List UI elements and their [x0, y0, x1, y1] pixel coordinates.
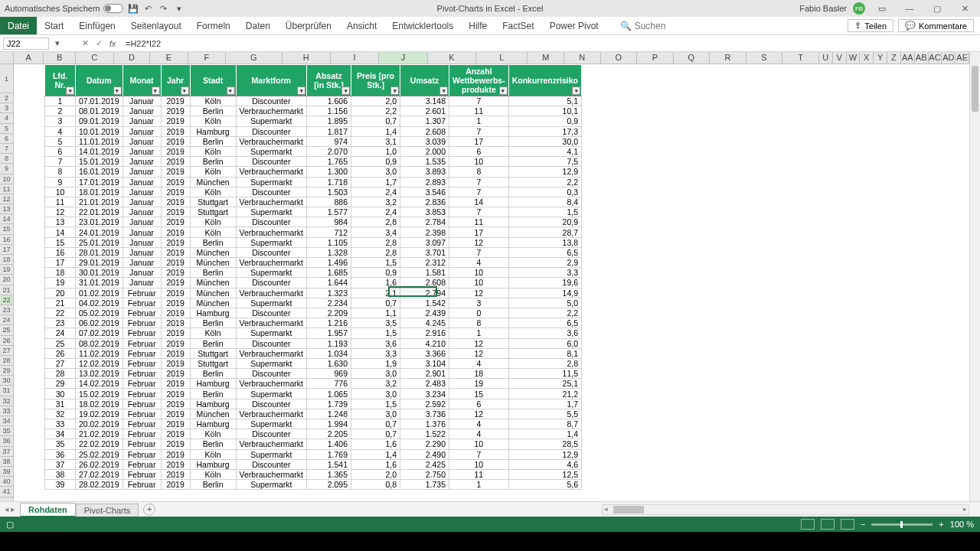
cell[interactable]: 984	[307, 217, 351, 227]
filter-dropdown-icon[interactable]: ▾	[227, 86, 235, 95]
cell[interactable]: Januar	[122, 207, 161, 217]
cell[interactable]: 2,8	[351, 247, 400, 257]
cell[interactable]: 2019	[161, 146, 190, 156]
cell[interactable]: 2019	[161, 217, 190, 227]
redo-icon[interactable]: ↷	[158, 3, 169, 14]
row-header-40[interactable]: 40	[0, 477, 13, 487]
cell[interactable]: Supermarkt	[236, 298, 306, 308]
cell[interactable]: 3,3	[351, 348, 400, 358]
cell[interactable]: Februar	[122, 459, 161, 469]
row-header-23[interactable]: 23	[0, 305, 13, 315]
cell[interactable]: Februar	[122, 308, 161, 318]
cell[interactable]: 1,6	[351, 278, 400, 288]
cell[interactable]: 31.01.2019	[76, 278, 123, 288]
cell[interactable]: 1	[449, 480, 509, 490]
cell[interactable]: 30,0	[508, 136, 581, 146]
cell[interactable]: 1.581	[400, 268, 449, 278]
cell[interactable]: Discounter	[236, 278, 306, 288]
cell[interactable]: Discounter	[236, 217, 306, 227]
row-header-19[interactable]: 19	[0, 265, 13, 275]
cell[interactable]: Köln	[190, 146, 236, 156]
cell[interactable]: Januar	[122, 106, 161, 116]
cell[interactable]: 1.541	[307, 459, 351, 469]
cell[interactable]: Berlin	[190, 157, 236, 167]
cell[interactable]: 3,3	[508, 268, 581, 278]
table-row[interactable]: 3827.02.2019Februar2019KölnVerbraucherma…	[45, 469, 582, 479]
cell[interactable]: 37	[45, 459, 76, 469]
cell[interactable]: 17	[449, 227, 509, 237]
sheet-nav-next-icon[interactable]: ▸	[11, 504, 15, 514]
cell[interactable]: 24	[45, 328, 76, 338]
data-table[interactable]: Lfd. Nr.▾Datum▾Monat▾Jahr▾Stadt▾Marktfor…	[44, 64, 582, 490]
cell[interactable]: 2,2	[508, 177, 581, 187]
filter-dropdown-icon[interactable]: ▾	[297, 86, 305, 95]
cell[interactable]: 6,5	[508, 247, 581, 257]
cell[interactable]: 3.546	[400, 187, 449, 197]
cell[interactable]: Januar	[122, 217, 161, 227]
cell[interactable]: Januar	[122, 146, 161, 156]
cell[interactable]: Februar	[122, 358, 161, 368]
table-row[interactable]: 208.01.2019Januar2019BerlinVerbraucherma…	[45, 106, 582, 116]
cell[interactable]: Supermarkt	[236, 237, 306, 247]
qat-customize-icon[interactable]: ▾	[174, 3, 185, 14]
cell[interactable]: 8,7	[508, 419, 581, 429]
col-header-T[interactable]: T	[782, 52, 819, 64]
cell[interactable]: 12,9	[508, 167, 581, 177]
cell[interactable]: 1.105	[307, 237, 351, 247]
table-row[interactable]: 614.01.2019Januar2019KölnSupermarkt2.070…	[45, 146, 582, 156]
cell[interactable]: Verbrauchermarkt	[236, 227, 306, 237]
cell[interactable]: 19,6	[508, 278, 581, 288]
cell[interactable]: Verbrauchermarkt	[236, 318, 306, 328]
cell[interactable]: 15	[449, 389, 509, 399]
cell[interactable]: Köln	[190, 449, 236, 459]
table-row[interactable]: 1121.01.2019Januar2019StuttgartVerbrauch…	[45, 197, 582, 207]
cell[interactable]: 21	[45, 298, 76, 308]
cell[interactable]: Verbrauchermarkt	[236, 379, 306, 389]
cell[interactable]: 04.02.2019	[76, 298, 123, 308]
table-row[interactable]: 1931.01.2019Januar2019MünchenDiscounter1…	[45, 278, 582, 288]
cell[interactable]: Februar	[122, 389, 161, 399]
col-header-cell[interactable]: Lfd. Nr.▾	[45, 65, 76, 96]
cell[interactable]: 2019	[161, 288, 190, 298]
cell[interactable]: Januar	[122, 247, 161, 257]
cell[interactable]: 2019	[161, 106, 190, 116]
cell[interactable]: 2,4	[351, 187, 400, 197]
cell[interactable]: 15	[45, 237, 76, 247]
undo-icon[interactable]: ↶	[143, 3, 154, 14]
cell[interactable]: Discounter	[236, 96, 306, 106]
cell[interactable]: 15.01.2019	[76, 157, 123, 167]
table-row[interactable]: 715.01.2019Januar2019BerlinDiscounter1.7…	[45, 157, 582, 167]
cell[interactable]: 776	[307, 379, 351, 389]
table-row[interactable]: 1525.01.2019Januar2019BerlinSupermarkt1.…	[45, 237, 582, 247]
select-all-corner[interactable]	[0, 52, 14, 64]
cell[interactable]: 9	[45, 177, 76, 187]
cell[interactable]: 712	[307, 227, 351, 237]
cell[interactable]: 2,2	[351, 106, 400, 116]
cell[interactable]: 16.01.2019	[76, 167, 123, 177]
cell[interactable]: 28.02.2019	[76, 480, 123, 490]
cell[interactable]: 2019	[161, 207, 190, 217]
cell[interactable]: Januar	[122, 177, 161, 187]
share-button[interactable]: ⇪Teilen	[848, 19, 893, 32]
cell[interactable]: 2019	[161, 268, 190, 278]
cell[interactable]: 2.483	[400, 379, 449, 389]
cell[interactable]: 2019	[161, 308, 190, 318]
cell[interactable]: 25.01.2019	[76, 237, 123, 247]
autosave-toggle[interactable]: Automatisches Speichern	[5, 4, 123, 13]
cell[interactable]: 12	[449, 409, 509, 419]
cell[interactable]: 2019	[161, 278, 190, 288]
cell[interactable]: 2019	[161, 480, 190, 490]
cell[interactable]: 25.02.2019	[76, 449, 123, 459]
cell[interactable]: 11	[45, 197, 76, 207]
cell[interactable]: 3,0	[351, 409, 400, 419]
cell[interactable]: Supermarkt	[236, 389, 306, 399]
table-row[interactable]: 2611.02.2019Februar2019StuttgartVerbrauc…	[45, 348, 582, 358]
cell[interactable]: 1,5	[351, 328, 400, 338]
cell[interactable]: 2,9	[508, 258, 581, 268]
cell[interactable]: Februar	[122, 419, 161, 429]
col-header-H[interactable]: H	[283, 52, 331, 64]
cell[interactable]: 2,8	[351, 237, 400, 247]
cell[interactable]: 1	[449, 328, 509, 338]
scroll-right-icon[interactable]: ▸	[963, 505, 967, 513]
cell[interactable]: 6,0	[508, 338, 581, 348]
